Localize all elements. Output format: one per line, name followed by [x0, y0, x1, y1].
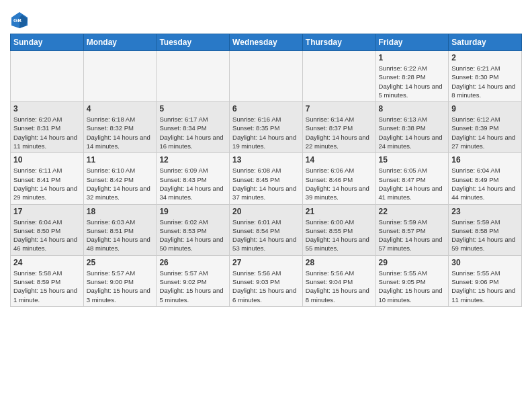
- calendar-cell: 4Sunrise: 6:18 AM Sunset: 8:32 PM Daylig…: [83, 102, 157, 153]
- day-number: 29: [379, 258, 446, 267]
- day-number: 14: [306, 155, 373, 165]
- day-number: 28: [306, 258, 373, 267]
- page-header: GB: [10, 7, 522, 30]
- day-number: 30: [451, 258, 519, 267]
- calendar-cell: 23Sunrise: 5:59 AM Sunset: 8:58 PM Dayli…: [449, 204, 522, 255]
- calendar-cell: 30Sunrise: 5:55 AM Sunset: 9:06 PM Dayli…: [449, 255, 522, 306]
- day-info: Sunrise: 6:22 AM Sunset: 8:28 PM Dayligh…: [379, 64, 446, 99]
- calendar-cell: 14Sunrise: 6:06 AM Sunset: 8:46 PM Dayli…: [302, 153, 375, 204]
- day-info: Sunrise: 6:06 AM Sunset: 8:46 PM Dayligh…: [306, 166, 373, 201]
- day-info: Sunrise: 5:59 AM Sunset: 8:58 PM Dayligh…: [451, 218, 519, 253]
- day-info: Sunrise: 6:09 AM Sunset: 8:43 PM Dayligh…: [159, 166, 226, 201]
- day-info: Sunrise: 6:04 AM Sunset: 8:50 PM Dayligh…: [13, 218, 81, 253]
- weekday-header-saturday: Saturday: [449, 34, 522, 51]
- day-info: Sunrise: 6:03 AM Sunset: 8:51 PM Dayligh…: [87, 218, 154, 253]
- day-info: Sunrise: 6:18 AM Sunset: 8:32 PM Dayligh…: [87, 115, 154, 150]
- calendar-cell: 16Sunrise: 6:04 AM Sunset: 8:49 PM Dayli…: [449, 153, 522, 204]
- day-info: Sunrise: 6:01 AM Sunset: 8:54 PM Dayligh…: [232, 218, 300, 253]
- day-info: Sunrise: 6:10 AM Sunset: 8:42 PM Dayligh…: [87, 166, 154, 201]
- svg-text:GB: GB: [13, 17, 21, 24]
- calendar-cell: [83, 51, 157, 102]
- day-info: Sunrise: 5:58 AM Sunset: 8:59 PM Dayligh…: [13, 269, 81, 304]
- calendar-cell: 6Sunrise: 6:16 AM Sunset: 8:35 PM Daylig…: [230, 102, 303, 153]
- calendar-week-row: 1Sunrise: 6:22 AM Sunset: 8:28 PM Daylig…: [11, 51, 522, 102]
- calendar-cell: 17Sunrise: 6:04 AM Sunset: 8:50 PM Dayli…: [11, 204, 84, 255]
- calendar-cell: 26Sunrise: 5:57 AM Sunset: 9:02 PM Dayli…: [157, 255, 230, 306]
- day-info: Sunrise: 6:17 AM Sunset: 8:34 PM Dayligh…: [159, 115, 226, 150]
- day-info: Sunrise: 6:16 AM Sunset: 8:35 PM Dayligh…: [232, 115, 300, 150]
- day-number: 1: [379, 53, 446, 62]
- day-number: 2: [451, 53, 519, 62]
- calendar-cell: 7Sunrise: 6:14 AM Sunset: 8:37 PM Daylig…: [302, 102, 375, 153]
- calendar-cell: 29Sunrise: 5:55 AM Sunset: 9:05 PM Dayli…: [375, 255, 449, 306]
- day-info: Sunrise: 6:21 AM Sunset: 8:30 PM Dayligh…: [451, 64, 519, 99]
- day-number: 7: [306, 104, 373, 113]
- calendar-cell: 25Sunrise: 5:57 AM Sunset: 9:00 PM Dayli…: [83, 255, 157, 306]
- calendar-cell: 3Sunrise: 6:20 AM Sunset: 8:31 PM Daylig…: [11, 102, 84, 153]
- calendar-cell: [157, 51, 230, 102]
- day-number: 18: [87, 207, 154, 216]
- day-info: Sunrise: 5:56 AM Sunset: 9:04 PM Dayligh…: [306, 269, 373, 304]
- calendar-cell: 9Sunrise: 6:12 AM Sunset: 8:39 PM Daylig…: [449, 102, 522, 153]
- calendar-cell: 1Sunrise: 6:22 AM Sunset: 8:28 PM Daylig…: [375, 51, 449, 102]
- day-info: Sunrise: 6:02 AM Sunset: 8:53 PM Dayligh…: [159, 218, 226, 253]
- calendar-week-row: 10Sunrise: 6:11 AM Sunset: 8:41 PM Dayli…: [11, 153, 522, 204]
- day-info: Sunrise: 5:57 AM Sunset: 9:02 PM Dayligh…: [159, 269, 226, 304]
- calendar-cell: [230, 51, 303, 102]
- calendar-cell: 24Sunrise: 5:58 AM Sunset: 8:59 PM Dayli…: [11, 255, 84, 306]
- logo: GB: [10, 11, 32, 30]
- day-number: 16: [451, 155, 519, 165]
- day-number: 23: [451, 207, 519, 216]
- calendar-week-row: 17Sunrise: 6:04 AM Sunset: 8:50 PM Dayli…: [11, 204, 522, 255]
- day-number: 17: [13, 207, 81, 216]
- day-info: Sunrise: 5:56 AM Sunset: 9:03 PM Dayligh…: [232, 269, 300, 304]
- day-number: 25: [87, 258, 154, 267]
- weekday-header-wednesday: Wednesday: [230, 34, 303, 51]
- day-number: 3: [13, 104, 81, 113]
- calendar-table: SundayMondayTuesdayWednesdayThursdayFrid…: [10, 34, 522, 307]
- day-number: 27: [232, 258, 300, 267]
- calendar-cell: 27Sunrise: 5:56 AM Sunset: 9:03 PM Dayli…: [230, 255, 303, 306]
- calendar-cell: 15Sunrise: 6:05 AM Sunset: 8:47 PM Dayli…: [375, 153, 449, 204]
- day-number: 20: [232, 207, 300, 216]
- calendar-cell: 13Sunrise: 6:08 AM Sunset: 8:45 PM Dayli…: [230, 153, 303, 204]
- calendar-cell: 18Sunrise: 6:03 AM Sunset: 8:51 PM Dayli…: [83, 204, 157, 255]
- day-info: Sunrise: 6:05 AM Sunset: 8:47 PM Dayligh…: [379, 166, 446, 201]
- day-info: Sunrise: 6:04 AM Sunset: 8:49 PM Dayligh…: [451, 166, 519, 201]
- day-info: Sunrise: 6:12 AM Sunset: 8:39 PM Dayligh…: [451, 115, 519, 150]
- weekday-header-sunday: Sunday: [11, 34, 84, 51]
- calendar-cell: 21Sunrise: 6:00 AM Sunset: 8:55 PM Dayli…: [302, 204, 375, 255]
- day-info: Sunrise: 6:14 AM Sunset: 8:37 PM Dayligh…: [306, 115, 373, 150]
- calendar-cell: 8Sunrise: 6:13 AM Sunset: 8:38 PM Daylig…: [375, 102, 449, 153]
- day-number: 26: [159, 258, 226, 267]
- weekday-header-thursday: Thursday: [302, 34, 375, 51]
- calendar-cell: 22Sunrise: 5:59 AM Sunset: 8:57 PM Dayli…: [375, 204, 449, 255]
- calendar-week-row: 3Sunrise: 6:20 AM Sunset: 8:31 PM Daylig…: [11, 102, 522, 153]
- day-number: 24: [13, 258, 81, 267]
- day-number: 21: [306, 207, 373, 216]
- day-info: Sunrise: 5:59 AM Sunset: 8:57 PM Dayligh…: [379, 218, 446, 253]
- day-number: 11: [87, 155, 154, 165]
- calendar-cell: [302, 51, 375, 102]
- day-info: Sunrise: 6:11 AM Sunset: 8:41 PM Dayligh…: [13, 166, 81, 201]
- day-number: 8: [379, 104, 446, 113]
- day-number: 9: [451, 104, 519, 113]
- day-number: 19: [159, 207, 226, 216]
- weekday-header-monday: Monday: [83, 34, 157, 51]
- day-number: 4: [87, 104, 154, 113]
- day-info: Sunrise: 6:00 AM Sunset: 8:55 PM Dayligh…: [306, 218, 373, 253]
- logo-icon: GB: [10, 11, 29, 30]
- calendar-week-row: 24Sunrise: 5:58 AM Sunset: 8:59 PM Dayli…: [11, 255, 522, 306]
- weekday-header-row: SundayMondayTuesdayWednesdayThursdayFrid…: [11, 34, 522, 51]
- calendar-cell: 11Sunrise: 6:10 AM Sunset: 8:42 PM Dayli…: [83, 153, 157, 204]
- weekday-header-tuesday: Tuesday: [157, 34, 230, 51]
- day-info: Sunrise: 5:57 AM Sunset: 9:00 PM Dayligh…: [87, 269, 154, 304]
- day-number: 22: [379, 207, 446, 216]
- calendar-cell: 5Sunrise: 6:17 AM Sunset: 8:34 PM Daylig…: [157, 102, 230, 153]
- day-info: Sunrise: 5:55 AM Sunset: 9:05 PM Dayligh…: [379, 269, 446, 304]
- day-number: 10: [13, 155, 81, 165]
- calendar-cell: 12Sunrise: 6:09 AM Sunset: 8:43 PM Dayli…: [157, 153, 230, 204]
- day-info: Sunrise: 5:55 AM Sunset: 9:06 PM Dayligh…: [451, 269, 519, 304]
- weekday-header-friday: Friday: [375, 34, 449, 51]
- day-number: 12: [159, 155, 226, 165]
